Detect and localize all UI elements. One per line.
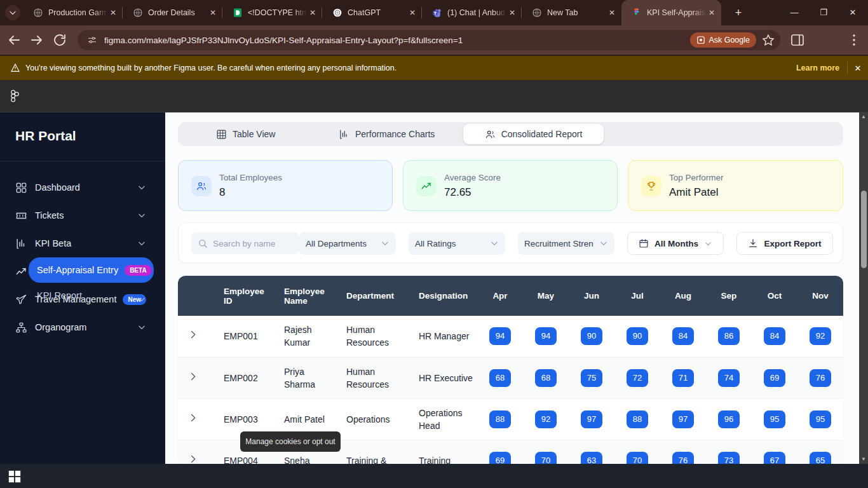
tab-close-icon[interactable]: ✕ [107,7,119,18]
forward-arrow-icon[interactable] [29,32,44,48]
column-header: Employee ID [207,276,268,316]
tab-close-icon[interactable]: ✕ [606,7,618,18]
department-cell: Training & [330,440,402,464]
window-close-button[interactable]: ✕ [844,5,861,20]
chevron-right-icon[interactable] [188,454,198,464]
score-cell: 96 [706,398,752,440]
figma-logo-icon[interactable] [8,89,22,103]
new-tab-button[interactable]: + [731,6,746,21]
score-cell: 75 [569,357,614,398]
browser-tab[interactable]: KPI Self-Apprais ✕ [621,0,721,25]
bar-chart-icon [15,238,27,250]
app-frame: HR Portal Dashboard Ti [0,112,859,464]
sidebar-sub-item[interactable]: Self-Appraisal Entry BETA [29,257,154,283]
chevron-right-icon[interactable] [188,372,198,381]
score-badge: 65 [810,452,831,464]
scrollbar-thumb[interactable] [861,191,867,268]
site-settings-icon[interactable] [84,32,100,48]
browser-tab[interactable]: Production Garm ✕ [23,0,123,25]
score-cell: 65 [797,440,843,464]
sidebar-item[interactable]: Tickets [0,201,165,229]
sidebar-item-label: Tickets [35,210,64,220]
score-cell: 74 [706,357,752,398]
address-bar[interactable]: figma.com/make/lagPJSfrP33NJlnvOyLdoS/KP… [78,30,780,50]
expand-row-cell[interactable] [178,398,207,440]
chevron-down-icon[interactable] [137,211,146,220]
kebab-menu-icon[interactable] [846,32,862,48]
browser-tab[interactable]: (1) Chat | Anbud ✕ [422,0,522,25]
search-box[interactable] [191,233,299,254]
chevron-down-icon[interactable] [137,183,146,192]
url-text[interactable]: figma.com/make/lagPJSfrP33NJlnvOyLdoS/KP… [104,36,690,45]
department-filter[interactable]: All Departments [299,232,396,255]
tab-close-icon[interactable]: ✕ [207,7,219,18]
back-arrow-icon[interactable] [6,32,22,48]
month-filter[interactable]: All Months [627,232,724,255]
designation-cell: Training [402,440,477,464]
tab-close-icon[interactable]: ✕ [506,7,518,18]
learn-more-link[interactable]: Learn more [796,64,839,72]
score-cell: 68 [477,357,523,398]
reload-icon[interactable] [52,32,67,48]
window-minimize-button[interactable]: — [786,5,803,20]
browser-tabs: Production Garm ✕ Order Details ✕ <!DOCT… [23,0,721,25]
browser-tab[interactable]: ChatGPT ✕ [322,0,422,25]
chevron-down-icon[interactable] [137,323,146,332]
employee-name-cell: Rajesh Kumar [268,316,330,357]
export-report-button[interactable]: Export Report [736,232,833,255]
chevron-right-icon[interactable] [188,330,198,339]
globe-icon [532,8,542,18]
tab-close-icon[interactable]: ✕ [706,7,717,18]
department-cell: Human Resources [330,357,402,398]
rating-filter[interactable]: All Ratings [409,232,505,255]
month-filter-value: All Months [654,239,698,248]
scroll-down-arrow-icon[interactable]: ▼ [859,455,868,464]
score-cell: 88 [614,398,660,440]
expand-row-cell[interactable] [178,316,207,357]
tab-label: Consolidated Report [501,129,583,139]
table-row[interactable]: EMP001 Rajesh Kumar Human Resources HR M… [178,316,843,357]
score-cell: 90 [569,316,614,357]
ask-google-label: Ask Google [709,36,750,44]
tab-consolidated-report[interactable]: Consolidated Report [463,124,604,144]
expand-row-cell[interactable] [178,357,207,398]
sidebar-item-label: Organogram [35,322,86,332]
expand-row-cell[interactable] [178,440,207,464]
kpi-filter[interactable]: Recruitment Stren [518,232,614,255]
table-row[interactable]: EMP002 Priya Sharma Human Resources HR E… [178,357,843,398]
window-restore-button[interactable]: ❐ [815,5,832,20]
browser-tab[interactable]: New Tab ✕ [522,0,621,25]
app-content: Table View Performance Charts Consolidat… [165,112,859,464]
chevron-right-icon[interactable] [188,413,198,423]
side-panel-icon[interactable] [790,32,805,48]
ask-google-button[interactable]: Ask Google [690,32,756,48]
tab-close-icon[interactable]: ✕ [407,7,418,18]
trophy-icon [641,176,661,196]
chevron-down-icon[interactable] [137,239,146,248]
search-input[interactable] [213,239,289,248]
tab-search-icon[interactable] [5,5,20,20]
sidebar-sub-item[interactable]: KPI Report [29,283,154,308]
tab-table-view[interactable]: Table View [216,124,275,144]
column-header: Department [330,276,402,316]
score-badge: 68 [535,369,557,387]
cookie-tooltip[interactable]: Manage cookies or opt out [240,431,341,452]
scroll-up-arrow-icon[interactable]: ▲ [859,112,868,121]
sidebar-item[interactable]: KPI Beta [0,229,165,257]
browser-tab[interactable]: <!DOCTYPE htm ✕ [222,0,322,25]
score-badge: 76 [672,452,694,464]
trend-up-icon [416,176,437,196]
page-title: HR Portal [15,128,76,144]
browser-tab[interactable]: Order Details ✕ [123,0,222,25]
sidebar-item[interactable]: Organogram [0,313,165,341]
windows-start-button[interactable] [8,470,22,484]
stat-label: Total Employees [219,173,282,182]
tab-performance-charts[interactable]: Performance Charts [339,124,435,144]
banner-close-icon[interactable]: ✕ [848,64,868,73]
page-scrollbar[interactable]: ▲ ▼ [859,112,868,464]
sidebar-item[interactable]: Dashboard [0,173,165,201]
chevron-down-icon [599,239,608,248]
tab-close-icon[interactable]: ✕ [307,7,318,18]
star-icon[interactable] [761,33,775,47]
column-header: Employee Name [268,276,330,316]
